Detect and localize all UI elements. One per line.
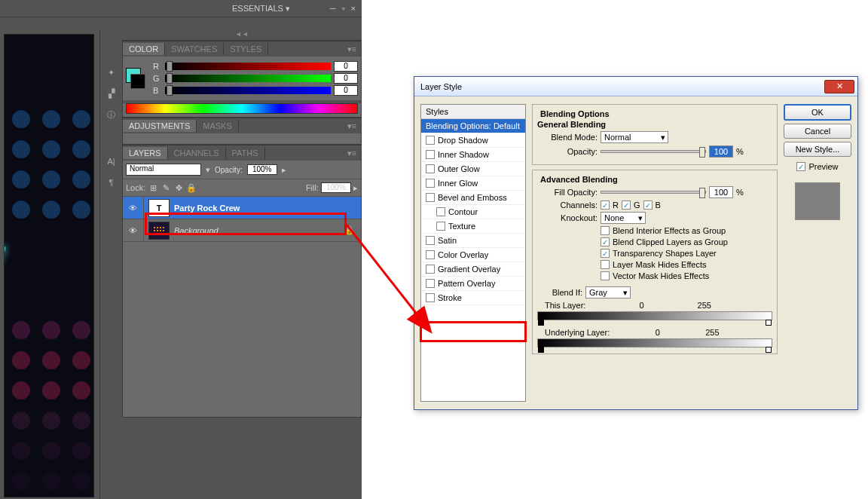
lock-paint-icon[interactable]: ✎ bbox=[160, 182, 171, 193]
panel-menu-icon[interactable]: ▾≡ bbox=[343, 120, 361, 133]
layer-name[interactable]: Party Rock Crew bbox=[174, 204, 240, 213]
checkbox[interactable] bbox=[426, 193, 435, 202]
style-item-gradient-overlay[interactable]: Gradient Overlay bbox=[421, 262, 525, 277]
lock-position-icon[interactable]: ✥ bbox=[173, 182, 184, 193]
tab-color[interactable]: COLOR bbox=[123, 43, 165, 55]
opt4-checkbox[interactable] bbox=[601, 260, 610, 269]
opt3-checkbox[interactable] bbox=[601, 249, 610, 258]
style-item-texture[interactable]: Texture bbox=[421, 219, 525, 234]
canvas-area: y bbox=[0, 30, 99, 499]
photoshop-window: ESSENTIALS ▾ ─ ▫ × bbox=[0, 0, 362, 499]
checkbox[interactable] bbox=[436, 222, 445, 231]
compass-icon[interactable]: ✦ bbox=[102, 63, 121, 81]
panel-menu-icon[interactable]: ▾≡ bbox=[343, 147, 361, 160]
style-item-stroke[interactable]: Stroke bbox=[421, 291, 525, 305]
g-value[interactable]: 0 bbox=[334, 73, 358, 84]
styles-header[interactable]: Styles bbox=[421, 105, 525, 119]
tab-channels[interactable]: CHANNELS bbox=[168, 147, 226, 159]
visibility-icon[interactable]: 👁 bbox=[123, 219, 144, 241]
b-slider[interactable] bbox=[165, 87, 331, 94]
checkbox[interactable] bbox=[426, 250, 435, 259]
tab-adjustments[interactable]: ADJUSTMENTS bbox=[123, 120, 197, 132]
checkbox[interactable] bbox=[426, 279, 435, 288]
histogram-icon[interactable]: ▞ bbox=[102, 84, 121, 103]
layer-thumb[interactable]: T bbox=[148, 199, 170, 217]
style-item-drop-shadow[interactable]: Drop Shadow bbox=[421, 133, 525, 148]
checkbox[interactable] bbox=[426, 136, 435, 145]
checkbox[interactable] bbox=[426, 150, 435, 159]
tab-styles[interactable]: STYLES bbox=[224, 43, 268, 55]
opt5-checkbox[interactable] bbox=[601, 271, 610, 280]
blend-mode-select[interactable]: Normal bbox=[601, 131, 668, 143]
close-icon[interactable]: × bbox=[351, 4, 356, 13]
style-item-color-overlay[interactable]: Color Overlay bbox=[421, 248, 525, 262]
checkbox[interactable] bbox=[426, 265, 435, 274]
tab-swatches[interactable]: SWATCHES bbox=[165, 43, 224, 55]
workspace-dropdown[interactable]: ESSENTIALS ▾ bbox=[232, 4, 290, 14]
canvas-preview[interactable]: y bbox=[4, 34, 94, 497]
paragraph-icon[interactable]: ¶ bbox=[102, 173, 121, 191]
layer-row[interactable]: 👁 Background 🔒 bbox=[123, 219, 361, 242]
lock-all-icon[interactable]: 🔒 bbox=[186, 182, 197, 193]
opt2-checkbox[interactable] bbox=[601, 237, 610, 246]
panel-menu-icon[interactable]: ▾≡ bbox=[343, 43, 361, 56]
new-style-button[interactable]: New Style... bbox=[784, 142, 851, 157]
style-item-inner-shadow[interactable]: Inner Shadow bbox=[421, 148, 525, 162]
channel-b-checkbox[interactable] bbox=[643, 201, 653, 210]
character-icon[interactable]: A| bbox=[102, 152, 121, 170]
checkbox[interactable] bbox=[426, 164, 435, 173]
checkbox[interactable] bbox=[436, 207, 445, 216]
cancel-button[interactable]: Cancel bbox=[784, 124, 851, 139]
style-item-satin[interactable]: Satin bbox=[421, 234, 525, 248]
r-slider[interactable] bbox=[165, 63, 331, 70]
opacity-label: Opacity: bbox=[215, 166, 243, 174]
channel-g-checkbox[interactable] bbox=[622, 201, 631, 210]
lock-transparency-icon[interactable]: ⊞ bbox=[148, 182, 158, 193]
fill-input[interactable]: 100% bbox=[321, 182, 351, 193]
ok-button[interactable]: OK bbox=[784, 104, 851, 121]
style-item-contour[interactable]: Contour bbox=[421, 205, 525, 219]
tab-layers[interactable]: LAYERS bbox=[123, 147, 168, 159]
panel-collapse-icon[interactable]: ◄◄ bbox=[122, 30, 362, 41]
style-item-outer-glow[interactable]: Outer Glow bbox=[421, 162, 525, 176]
blend-mode-select[interactable]: Normal bbox=[126, 164, 201, 176]
channel-r-checkbox[interactable] bbox=[601, 201, 610, 210]
info-icon[interactable]: ⓘ bbox=[102, 106, 121, 124]
preview-checkbox[interactable] bbox=[796, 162, 805, 171]
style-item-inner-glow[interactable]: Inner Glow bbox=[421, 176, 525, 191]
tab-masks[interactable]: MASKS bbox=[197, 120, 239, 132]
blend-if-select[interactable]: Gray bbox=[585, 286, 631, 298]
restore-icon[interactable]: ▫ bbox=[342, 4, 345, 13]
opacity-slider[interactable] bbox=[601, 150, 706, 153]
minimize-icon[interactable]: ─ bbox=[330, 4, 336, 13]
fill-label: Fill: bbox=[306, 183, 319, 192]
fill-opacity-slider[interactable] bbox=[601, 191, 706, 194]
spectrum-bar[interactable] bbox=[126, 103, 358, 114]
style-item-blending-options[interactable]: Blending Options: Default bbox=[421, 119, 525, 133]
this-layer-gradient[interactable] bbox=[537, 311, 772, 320]
visibility-icon[interactable]: 👁 bbox=[123, 197, 144, 219]
b-value[interactable]: 0 bbox=[334, 85, 358, 96]
g-slider[interactable] bbox=[165, 75, 331, 82]
layer-thumb[interactable] bbox=[148, 222, 170, 240]
background-color[interactable] bbox=[130, 74, 145, 89]
checkbox[interactable] bbox=[426, 179, 435, 188]
close-button[interactable]: ✕ bbox=[824, 80, 854, 93]
layer-row[interactable]: 👁 T Party Rock Crew bbox=[123, 197, 361, 219]
opacity-input[interactable]: 100% bbox=[247, 164, 277, 175]
opacity-input[interactable]: 100 bbox=[709, 145, 733, 158]
checkbox[interactable] bbox=[426, 236, 435, 245]
layer-name[interactable]: Background bbox=[174, 226, 219, 235]
section-title: Blending Options bbox=[537, 109, 613, 118]
under-layer-gradient[interactable] bbox=[537, 338, 772, 347]
fill-opacity-input[interactable]: 100 bbox=[709, 186, 733, 198]
knockout-select[interactable]: None bbox=[601, 212, 646, 224]
r-value[interactable]: 0 bbox=[334, 61, 358, 72]
checkbox[interactable] bbox=[426, 293, 435, 302]
tab-paths[interactable]: PATHS bbox=[226, 147, 265, 159]
opt1-checkbox[interactable] bbox=[601, 226, 610, 235]
dialog-titlebar[interactable]: Layer Style ✕ bbox=[414, 77, 857, 96]
style-item-pattern-overlay[interactable]: Pattern Overlay bbox=[421, 277, 525, 291]
style-item-bevel[interactable]: Bevel and Emboss bbox=[421, 191, 525, 205]
color-swatches[interactable] bbox=[126, 68, 147, 89]
